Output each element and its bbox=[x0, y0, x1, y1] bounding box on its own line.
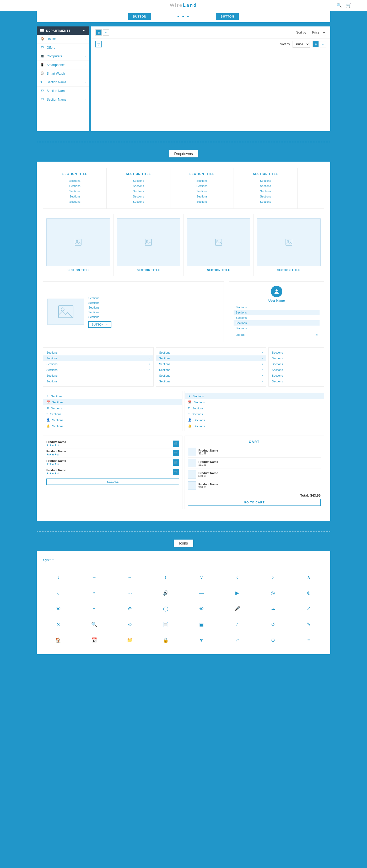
grid-view-btn[interactable]: ⊞ bbox=[95, 29, 102, 36]
user-menu-item-2[interactable]: Sections bbox=[233, 310, 319, 315]
col-item[interactable]: Sections bbox=[176, 189, 228, 194]
col-item[interactable]: Sections bbox=[239, 178, 292, 183]
list-item[interactable]: Sections› bbox=[43, 378, 153, 384]
sidebar-item-smartwatch[interactable]: ⌚ Smart Watch › bbox=[37, 69, 89, 78]
add-to-cart-btn-2[interactable]: 🛒 bbox=[173, 450, 179, 456]
icon-cell-right[interactable]: → bbox=[115, 572, 145, 583]
icon-list-item[interactable]: ☆Sections bbox=[43, 393, 182, 399]
list-item[interactable]: Sections› bbox=[156, 373, 266, 378]
icon-cell-refresh[interactable]: ↺ bbox=[258, 619, 288, 630]
icon-list-item[interactable]: ≡Sections bbox=[185, 411, 324, 417]
list-item[interactable]: Sections› bbox=[156, 367, 266, 373]
sidebar-item-offers[interactable]: 🏷 Offers › bbox=[37, 43, 89, 52]
col-item[interactable]: Sections bbox=[176, 178, 228, 183]
icon-cell-chevron-up[interactable]: ∧ bbox=[293, 572, 324, 583]
icon-list-item[interactable]: ≡Sections bbox=[43, 411, 182, 417]
icon-cell-circle[interactable]: ◎ bbox=[258, 588, 288, 598]
user-menu-item-3[interactable]: Sections bbox=[233, 315, 319, 320]
list-item[interactable]: Sections bbox=[269, 373, 324, 378]
icon-cell-dot[interactable]: • bbox=[79, 588, 110, 598]
icon-cell-file[interactable]: 📄 bbox=[150, 619, 181, 630]
icon-cell-preview[interactable]: 👁 bbox=[186, 603, 217, 614]
col-item[interactable]: Sections bbox=[49, 199, 101, 204]
icon-cell-dots[interactable]: ⋯ bbox=[115, 588, 145, 598]
icon-cell-share[interactable]: ↗ bbox=[222, 635, 253, 645]
col-item[interactable]: Sections bbox=[112, 189, 165, 194]
list-item[interactable]: Sections› bbox=[43, 350, 153, 355]
cart-icon[interactable]: 🛒 bbox=[346, 3, 351, 8]
go-to-cart-button[interactable]: GO TO CART bbox=[188, 499, 320, 506]
list-item[interactable]: Sections bbox=[269, 350, 324, 355]
icon-cell-caret-down[interactable]: ⌄ bbox=[43, 588, 74, 598]
col-item[interactable]: Sections bbox=[239, 183, 292, 189]
widget-text-item[interactable]: Sections bbox=[88, 305, 219, 310]
icon-list-item[interactable]: 🔔Sections bbox=[185, 423, 324, 429]
col-item[interactable]: Sections bbox=[239, 194, 292, 199]
icon-list-item[interactable]: 📅Sections bbox=[43, 399, 182, 405]
list-item[interactable]: Sections bbox=[269, 378, 324, 384]
icon-cell-cloud[interactable]: ☁ bbox=[258, 603, 288, 614]
icon-cell-check2[interactable]: ✓ bbox=[222, 619, 253, 630]
grid-view-btn2[interactable]: ⊞ bbox=[312, 41, 319, 48]
icon-cell-heart[interactable]: ♥ bbox=[186, 635, 217, 645]
icon-cell-calendar[interactable]: 📅 bbox=[79, 635, 110, 645]
list-item[interactable]: Sections bbox=[269, 361, 324, 367]
icon-cell-plus[interactable]: + bbox=[79, 603, 110, 614]
icon-list-item[interactable]: 👤Sections bbox=[185, 417, 324, 423]
list-item[interactable]: Sections› bbox=[43, 367, 153, 373]
user-menu-item-5[interactable]: Sections bbox=[233, 326, 319, 331]
icon-cell-chevron-down[interactable]: ∨ bbox=[186, 572, 217, 583]
user-menu-item-1[interactable]: Sections bbox=[233, 305, 319, 310]
icon-list-item[interactable]: 📅Sections bbox=[185, 399, 324, 405]
see-all-button[interactable]: SEE ALL bbox=[47, 478, 179, 485]
widget-text-item[interactable]: Sections bbox=[88, 310, 219, 315]
icon-cell-settings[interactable]: ⊙ bbox=[115, 619, 145, 630]
list-item[interactable]: Sections bbox=[269, 367, 324, 373]
icon-cell-updown[interactable]: ↕ bbox=[150, 572, 181, 583]
icon-cell-minus[interactable]: — bbox=[186, 588, 217, 598]
col-item[interactable]: Sections bbox=[176, 194, 228, 199]
list-item[interactable]: Sections› bbox=[43, 355, 153, 361]
col-item[interactable]: Sections bbox=[239, 199, 292, 204]
icon-cell-edit[interactable]: ✎ bbox=[293, 619, 324, 630]
icon-cell-radio[interactable]: ◯ bbox=[150, 603, 181, 614]
icon-list-item[interactable]: ⊞Sections bbox=[185, 405, 324, 411]
icon-cell-folder[interactable]: 📁 bbox=[115, 635, 145, 645]
sidebar-item-computers[interactable]: 💻 Computers › bbox=[37, 52, 89, 61]
search-icon[interactable]: 🔍 bbox=[337, 3, 342, 8]
icon-cell-volume[interactable]: 🔊 bbox=[150, 588, 181, 598]
sidebar-item-smartphones[interactable]: 📱 Smartphones › bbox=[37, 61, 89, 69]
add-to-cart-btn-4[interactable]: 🛒 bbox=[173, 469, 179, 475]
icon-cell-menu[interactable]: ≡ bbox=[293, 635, 324, 645]
widget-text-item[interactable]: Sections bbox=[88, 315, 219, 319]
user-menu-item-4[interactable]: Sections bbox=[233, 320, 319, 326]
icon-cell-home[interactable]: 🏠 bbox=[43, 635, 74, 645]
col-item[interactable]: Sections bbox=[112, 178, 165, 183]
icon-cell-check[interactable]: ✓ bbox=[293, 603, 324, 614]
widget-text-item[interactable]: Sections bbox=[88, 296, 219, 301]
list-item[interactable]: Sections› bbox=[156, 378, 266, 384]
sidebar-item-section1[interactable]: ♥ Section Name › bbox=[37, 78, 89, 87]
add-to-cart-btn-1[interactable]: 🛒 bbox=[173, 440, 179, 447]
list-view-btn[interactable]: ≡ bbox=[103, 29, 109, 36]
sort-select2[interactable]: Price bbox=[292, 41, 310, 48]
icon-cell-down[interactable]: ↓ bbox=[43, 572, 74, 583]
icon-cell-eye[interactable]: 👁 bbox=[43, 603, 74, 614]
col-item[interactable]: Sections bbox=[49, 178, 101, 183]
icon-cell-square[interactable]: ▣ bbox=[186, 619, 217, 630]
icon-cell-lock[interactable]: 🔒 bbox=[150, 635, 181, 645]
icon-cell-chevron-left[interactable]: ‹ bbox=[222, 572, 253, 583]
col-item[interactable]: Sections bbox=[112, 194, 165, 199]
col-item[interactable]: Sections bbox=[49, 189, 101, 194]
icon-cell-add[interactable]: ⊕ bbox=[115, 603, 145, 614]
icon-cell-target[interactable]: ⊙ bbox=[258, 635, 288, 645]
button-2[interactable]: BUTTON bbox=[216, 13, 239, 20]
icon-cell-search[interactable]: 🔍 bbox=[79, 619, 110, 630]
icon-cell-left[interactable]: ← bbox=[79, 572, 110, 583]
list-item[interactable]: Sections› bbox=[156, 355, 266, 361]
icon-list-item[interactable]: ★Sections bbox=[185, 393, 324, 399]
list-item[interactable]: Sections› bbox=[43, 373, 153, 378]
icon-cell-play[interactable]: ▶ bbox=[222, 588, 253, 598]
add-to-cart-btn-3[interactable]: 🛒 bbox=[173, 459, 179, 466]
list-item[interactable]: Sections› bbox=[156, 361, 266, 367]
